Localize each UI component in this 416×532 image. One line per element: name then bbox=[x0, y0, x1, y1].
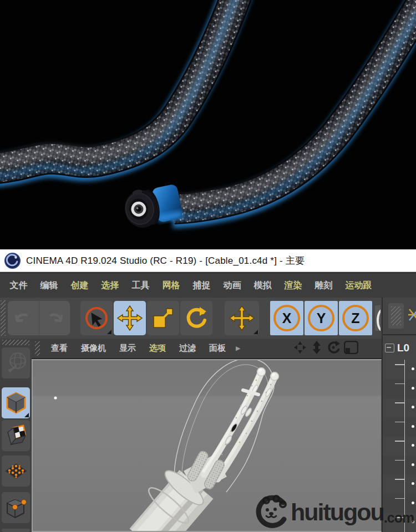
tree-row[interactable] bbox=[383, 474, 416, 494]
rendered-image-cable bbox=[0, 0, 416, 249]
model-mode-button[interactable] bbox=[2, 387, 30, 418]
move-tool[interactable] bbox=[114, 301, 146, 335]
viewport-menu-item-1[interactable]: 摄像机 bbox=[74, 343, 113, 354]
selection-arrow-icon bbox=[84, 305, 109, 331]
rotate-tool[interactable] bbox=[180, 301, 212, 335]
object-dot-icon[interactable] bbox=[412, 387, 414, 390]
tree-row[interactable] bbox=[383, 417, 416, 437]
axis-ring-icon: X bbox=[273, 305, 300, 331]
rotate-view-icon[interactable] bbox=[327, 341, 340, 354]
menu-item-6[interactable]: 捕捉 bbox=[186, 280, 217, 291]
zoom-view-icon[interactable] bbox=[311, 341, 323, 354]
texture-mode-icon bbox=[4, 423, 28, 448]
redo-button[interactable] bbox=[39, 301, 70, 335]
menu-item-11[interactable]: 运动跟 bbox=[339, 280, 378, 291]
tree-row[interactable] bbox=[383, 436, 416, 456]
tree-branch-line bbox=[395, 441, 404, 442]
axis-letter: Z bbox=[351, 311, 359, 325]
axis-letter: Y bbox=[317, 311, 326, 325]
rotate-icon bbox=[184, 306, 209, 330]
clipped-toolbar-button[interactable] bbox=[375, 305, 381, 331]
menu-item-4[interactable]: 工具 bbox=[125, 280, 156, 291]
make-editable-icon bbox=[4, 351, 28, 375]
sidebar-drag-handle[interactable] bbox=[2, 340, 29, 345]
menu-item-3[interactable]: 选择 bbox=[95, 280, 125, 291]
viewport-menu-item-2[interactable]: 显示 bbox=[113, 343, 143, 354]
object-dot-icon[interactable] bbox=[412, 482, 414, 485]
tree-branch-line bbox=[395, 402, 404, 403]
object-dot-icon[interactable] bbox=[412, 463, 414, 466]
live-selection-tool[interactable] bbox=[80, 301, 113, 335]
menu-item-2[interactable]: 创建 bbox=[64, 280, 95, 291]
redo-icon bbox=[45, 310, 64, 326]
main-toolbar: XYZ bbox=[0, 298, 382, 339]
viewport-menu-item-5[interactable]: 面板 bbox=[202, 343, 232, 354]
viewport-menu-drag-handle[interactable] bbox=[35, 341, 40, 356]
menu-item-9[interactable]: 渲染 bbox=[278, 280, 308, 291]
texture-axis-mode-button[interactable] bbox=[2, 456, 30, 487]
cable-render-svg bbox=[0, 0, 416, 249]
points-mode-cube-icon bbox=[4, 495, 28, 520]
undo-icon bbox=[14, 310, 33, 326]
move-icon bbox=[116, 305, 143, 331]
panel-separator bbox=[383, 334, 416, 335]
menu-item-7[interactable]: 动画 bbox=[217, 280, 247, 291]
undo-redo-group bbox=[8, 301, 70, 335]
menu-item-5[interactable]: 网格 bbox=[156, 280, 186, 291]
object-tree-root-row[interactable]: L0 bbox=[385, 340, 416, 356]
tool-flyout-indicator bbox=[253, 330, 258, 334]
edges-mode-button[interactable] bbox=[2, 529, 30, 532]
main-menu-bar: 文件编辑创建选择工具网格捕捉动画模拟渲染雕刻运动跟 bbox=[0, 272, 416, 298]
viewport-point-dot bbox=[54, 396, 57, 399]
tree-row[interactable] bbox=[383, 456, 416, 475]
axis-letter: X bbox=[282, 311, 292, 325]
window-title-bar: CINEMA 4D R19.024 Studio (RC - R19) - [C… bbox=[0, 249, 416, 272]
points-mode-button[interactable] bbox=[2, 492, 30, 523]
object-name-label: L0 bbox=[397, 342, 409, 354]
scale-icon bbox=[151, 306, 175, 330]
clipped-panel-icon bbox=[407, 306, 416, 323]
axis-lock-y-button[interactable]: Y bbox=[305, 301, 338, 335]
make-editable-button[interactable] bbox=[2, 347, 30, 378]
tree-branch-line bbox=[395, 479, 404, 480]
axis-lock-z-button[interactable]: Z bbox=[339, 301, 372, 335]
tree-branch-line bbox=[395, 460, 404, 461]
pan-view-icon[interactable] bbox=[293, 341, 307, 354]
undo-button[interactable] bbox=[8, 301, 39, 335]
viewport-menu-bar: 查看摄像机显示选项过滤面板 ▶ bbox=[32, 339, 382, 359]
texture-axis-plane-icon bbox=[4, 461, 28, 481]
menu-overflow-arrow[interactable]: ▶ bbox=[236, 345, 240, 352]
scale-tool[interactable] bbox=[147, 301, 179, 335]
object-dot-icon[interactable] bbox=[412, 406, 414, 408]
viewport-menu-item-4[interactable]: 过滤 bbox=[173, 343, 202, 354]
viewport-menu-item-0[interactable]: 查看 bbox=[44, 343, 74, 354]
watermark-bear-logo bbox=[255, 495, 290, 529]
model-mode-cube-icon bbox=[4, 391, 28, 415]
tree-expander-icon[interactable] bbox=[385, 344, 394, 352]
tool-flyout-indicator bbox=[107, 330, 111, 334]
object-dot-icon[interactable] bbox=[412, 425, 414, 428]
axis-lock-x-button[interactable]: X bbox=[270, 301, 303, 335]
axis-ring-icon: Y bbox=[308, 305, 334, 331]
tree-branch-line bbox=[395, 383, 404, 385]
axis-move-icon bbox=[229, 305, 255, 331]
last-tool-move-axis[interactable] bbox=[225, 301, 259, 335]
watermark: huitugou .com bbox=[255, 494, 416, 530]
tree-row[interactable] bbox=[383, 379, 416, 398]
toggle-panel-layout-icon[interactable] bbox=[344, 341, 358, 354]
mode-palette-sidebar bbox=[0, 339, 32, 532]
watermark-brand-text: huitugou bbox=[291, 500, 384, 524]
panel-drag-handle[interactable] bbox=[388, 303, 404, 329]
object-dot-icon[interactable] bbox=[412, 367, 414, 370]
viewport-menu-item-3[interactable]: 选项 bbox=[143, 343, 173, 354]
object-dot-icon[interactable] bbox=[412, 444, 414, 447]
menu-item-1[interactable]: 编辑 bbox=[34, 280, 64, 291]
tree-row[interactable] bbox=[383, 360, 416, 379]
menu-item-10[interactable]: 雕刻 bbox=[308, 280, 339, 291]
menu-item-0[interactable]: 文件 bbox=[3, 280, 34, 291]
tree-branch-line bbox=[395, 422, 404, 423]
tree-row[interactable] bbox=[383, 398, 416, 417]
toolbar-drag-handle[interactable] bbox=[1, 300, 6, 336]
texture-mode-button[interactable] bbox=[2, 420, 30, 451]
menu-item-8[interactable]: 模拟 bbox=[247, 280, 278, 291]
